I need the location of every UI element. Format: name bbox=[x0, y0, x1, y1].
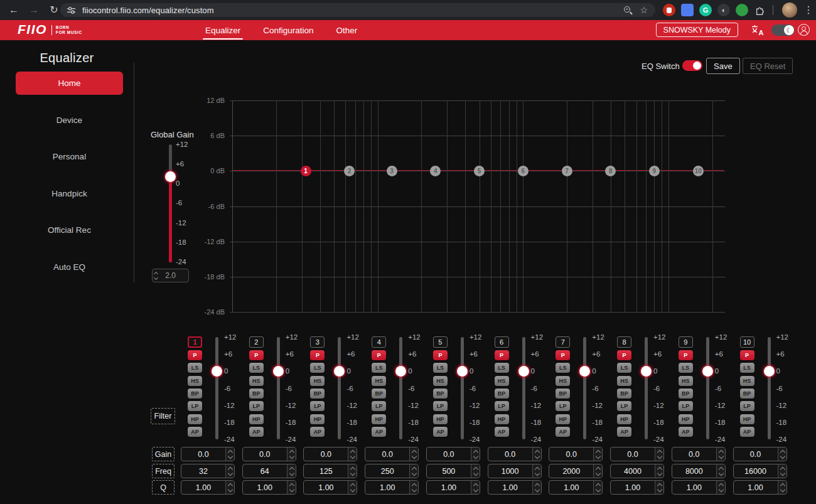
filter-hp-button-band-4[interactable]: HP bbox=[372, 414, 386, 424]
eq-point-10[interactable]: 10 bbox=[693, 166, 704, 176]
filter-hs-button-band-2[interactable]: HS bbox=[249, 376, 264, 386]
gain-value-band-2[interactable]: 0.0 bbox=[243, 448, 287, 461]
filter-hp-button-band-9[interactable]: HP bbox=[679, 414, 693, 424]
grammarly-extension-icon[interactable]: G bbox=[699, 4, 712, 16]
band-slider-handle-4[interactable] bbox=[395, 366, 406, 377]
freq-spinner-band-4[interactable] bbox=[409, 464, 418, 478]
freq-spinner-band-2[interactable] bbox=[287, 464, 296, 478]
q-spinner-band-7[interactable] bbox=[593, 481, 602, 494]
freq-spinner-band-10[interactable] bbox=[778, 464, 786, 478]
eq-point-5[interactable]: 5 bbox=[474, 166, 485, 176]
band-slider-handle-6[interactable] bbox=[518, 366, 529, 377]
band-gain-slider-7[interactable] bbox=[583, 337, 586, 439]
filter-ls-button-band-10[interactable]: LS bbox=[740, 363, 754, 373]
gain-spinner-band-1[interactable] bbox=[225, 448, 234, 461]
band-number-5[interactable]: 5 bbox=[433, 336, 448, 348]
filter-p-button-band-7[interactable]: P bbox=[556, 350, 570, 360]
spinner-down-icon[interactable] bbox=[657, 453, 662, 458]
band-number-4[interactable]: 4 bbox=[372, 336, 386, 348]
filter-hp-button-band-6[interactable]: HP bbox=[495, 414, 509, 424]
filter-lp-button-band-2[interactable]: LP bbox=[249, 401, 264, 411]
q-spinner-band-3[interactable] bbox=[348, 481, 357, 494]
band-slider-handle-10[interactable] bbox=[764, 366, 775, 377]
eq-point-6[interactable]: 6 bbox=[518, 166, 529, 176]
device-select-button[interactable]: SNOWSKY Melody bbox=[656, 23, 738, 37]
bookmark-star-icon[interactable]: ☆ bbox=[640, 3, 648, 17]
filter-lp-button-band-7[interactable]: LP bbox=[556, 401, 570, 411]
band-slider-handle-1[interactable] bbox=[212, 366, 222, 377]
filter-p-button-band-9[interactable]: P bbox=[679, 350, 693, 360]
filter-hp-button-band-10[interactable]: HP bbox=[740, 414, 754, 424]
sidebar-item-handpick[interactable]: Handpick bbox=[16, 182, 123, 205]
global-gain-slider-handle[interactable] bbox=[165, 171, 176, 182]
spinner-down-icon[interactable] bbox=[412, 453, 417, 458]
filter-ls-button-band-1[interactable]: LS bbox=[188, 363, 202, 373]
filter-lp-button-band-6[interactable]: LP bbox=[495, 401, 509, 411]
filter-ap-button-band-5[interactable]: AP bbox=[433, 427, 448, 437]
sidebar-item-official-rec[interactable]: Official Rec bbox=[16, 218, 123, 242]
filter-hp-button-band-7[interactable]: HP bbox=[556, 414, 570, 424]
filter-ap-button-band-10[interactable]: AP bbox=[740, 427, 754, 437]
spinner-down-icon[interactable] bbox=[350, 470, 355, 475]
filter-hs-button-band-9[interactable]: HS bbox=[679, 376, 693, 386]
filter-bp-button-band-6[interactable]: BP bbox=[495, 389, 509, 399]
spinner-down-icon[interactable] bbox=[534, 486, 539, 491]
spinner-down-icon[interactable] bbox=[780, 453, 785, 458]
filter-hp-button-band-5[interactable]: HP bbox=[433, 414, 448, 424]
freq-spinner-band-8[interactable] bbox=[655, 464, 663, 478]
spinner-down-icon[interactable] bbox=[412, 486, 417, 491]
eq-reset-button[interactable]: EQ Reset bbox=[743, 58, 793, 74]
gain-spinner-band-6[interactable] bbox=[532, 448, 541, 461]
extensions-puzzle-icon[interactable] bbox=[754, 4, 766, 16]
band-number-8[interactable]: 8 bbox=[617, 336, 631, 348]
eq-point-4[interactable]: 4 bbox=[430, 166, 441, 176]
band-gain-slider-3[interactable] bbox=[338, 337, 341, 439]
back-icon[interactable]: ← bbox=[6, 0, 21, 20]
spinner-down-icon[interactable] bbox=[780, 486, 785, 491]
gain-value-band-5[interactable]: 0.0 bbox=[427, 448, 471, 461]
filter-p-button-band-6[interactable]: P bbox=[495, 350, 509, 360]
freq-value-band-5[interactable]: 500 bbox=[427, 464, 471, 478]
filter-ls-button-band-4[interactable]: LS bbox=[372, 363, 386, 373]
gain-spinner-band-8[interactable] bbox=[655, 448, 663, 461]
filter-hs-button-band-3[interactable]: HS bbox=[310, 376, 325, 386]
account-profile-icon[interactable] bbox=[798, 24, 810, 36]
gain-spinner-band-10[interactable] bbox=[778, 448, 786, 461]
spinner-down-icon[interactable] bbox=[657, 470, 662, 475]
filter-ap-button-band-8[interactable]: AP bbox=[617, 427, 631, 437]
band-number-10[interactable]: 10 bbox=[740, 336, 754, 348]
gain-value-band-6[interactable]: 0.0 bbox=[488, 448, 532, 461]
filter-ap-button-band-6[interactable]: AP bbox=[495, 427, 509, 437]
spinner-down-icon[interactable] bbox=[350, 486, 355, 491]
freq-value-band-9[interactable]: 8000 bbox=[672, 464, 716, 478]
band-gain-slider-10[interactable] bbox=[768, 337, 771, 439]
filter-hs-button-band-7[interactable]: HS bbox=[556, 376, 570, 386]
q-spinner-band-1[interactable] bbox=[225, 481, 234, 494]
freq-spinner-band-9[interactable] bbox=[716, 464, 725, 478]
spinner-down-icon[interactable] bbox=[596, 486, 601, 491]
gain-value-band-10[interactable]: 0.0 bbox=[734, 448, 778, 461]
eq-point-8[interactable]: 8 bbox=[605, 166, 616, 176]
q-value-band-6[interactable]: 1.00 bbox=[488, 481, 532, 494]
gain-spinner-band-4[interactable] bbox=[409, 448, 418, 461]
q-spinner-band-4[interactable] bbox=[409, 481, 418, 494]
band-number-7[interactable]: 7 bbox=[556, 336, 570, 348]
spinner-down-icon[interactable] bbox=[412, 470, 417, 475]
freq-value-band-10[interactable]: 16000 bbox=[734, 464, 778, 478]
spinner-down-icon[interactable] bbox=[228, 470, 233, 475]
band-slider-handle-7[interactable] bbox=[579, 366, 590, 377]
band-number-1[interactable]: 1 bbox=[188, 336, 202, 348]
filter-hs-button-band-6[interactable]: HS bbox=[495, 376, 509, 386]
q-spinner-band-6[interactable] bbox=[532, 481, 541, 494]
tab-other[interactable]: Other bbox=[335, 20, 359, 40]
freq-value-band-2[interactable]: 64 bbox=[243, 464, 287, 478]
filter-lp-button-band-10[interactable]: LP bbox=[740, 401, 754, 411]
gain-value-band-1[interactable]: 0.0 bbox=[181, 448, 225, 461]
band-gain-slider-5[interactable] bbox=[461, 337, 464, 439]
spinner-down-icon[interactable] bbox=[228, 486, 233, 491]
spinner-down-icon[interactable] bbox=[350, 453, 355, 458]
filter-lp-button-band-3[interactable]: LP bbox=[310, 401, 325, 411]
adblock-extension-icon[interactable] bbox=[663, 4, 675, 16]
spinner-down-icon[interactable] bbox=[473, 453, 478, 458]
filter-ap-button-band-7[interactable]: AP bbox=[556, 427, 570, 437]
